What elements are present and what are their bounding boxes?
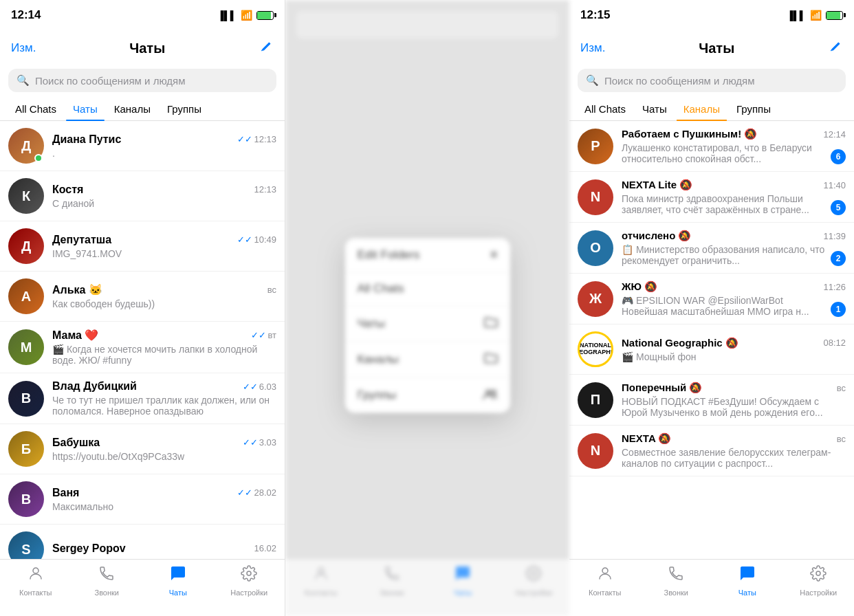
nav-item-calls[interactable]: Звонки bbox=[72, 565, 143, 597]
channel-avatar: NATIONALGEOGRAPHIC bbox=[578, 331, 613, 367]
channel-info: Поперечный 🔕 вс НОВЫЙ ПОДКАСТ #БезДуши! … bbox=[622, 382, 846, 418]
menu-item-chats[interactable]: Чаты bbox=[345, 306, 510, 342]
chat-info: Алька 🐱 вс Как свободен будешь)) bbox=[52, 283, 276, 309]
right-search-icon: 🔍 bbox=[586, 74, 599, 87]
right-wifi-icon: 📶 bbox=[810, 10, 822, 21]
left-chat-item[interactable]: Д Депутатша ✓✓10:49 IMG_9741.MOV bbox=[0, 221, 285, 272]
chat-name: Алька 🐱 bbox=[52, 283, 102, 296]
channels-folder-icon bbox=[484, 351, 498, 367]
menu-item-all-chats[interactable]: All Chats bbox=[345, 272, 510, 306]
left-chat-item[interactable]: S Sergey Popov 16.02 bbox=[0, 525, 285, 559]
calls-label: Звонки bbox=[94, 588, 119, 597]
middle-nav-calls-label: Звонки bbox=[380, 588, 404, 597]
avatar: М bbox=[8, 329, 44, 365]
left-chat-item[interactable]: Д Диана Путис ✓✓12:13 . bbox=[0, 121, 285, 171]
avatar-wrap: N bbox=[578, 433, 613, 469]
avatar-wrap: П bbox=[578, 382, 613, 418]
chat-time: ✓✓3.03 bbox=[243, 437, 276, 448]
avatar-wrap: Р bbox=[578, 129, 613, 164]
chat-name: Диана Путис bbox=[52, 133, 121, 146]
menu-item-channels[interactable]: Каналы bbox=[345, 342, 510, 377]
left-chat-item[interactable]: А Алька 🐱 вс Как свободен будешь)) bbox=[0, 272, 285, 322]
middle-nav-contacts[interactable]: Контакты bbox=[285, 565, 356, 597]
check-mark: ✓✓ bbox=[237, 487, 252, 498]
avatar: А bbox=[8, 278, 44, 314]
left-search-bar[interactable]: 🔍 Поиск по сообщениям и людям bbox=[8, 69, 276, 92]
chat-time: ✓✓12:13 bbox=[237, 134, 276, 144]
left-chat-item[interactable]: К Костя 12:13 С дианой bbox=[0, 171, 285, 221]
nav-item-contacts[interactable]: Контакты bbox=[0, 565, 72, 597]
middle-nav-chats[interactable]: Чаты bbox=[428, 565, 499, 597]
nav-item-chats[interactable]: Чаты bbox=[712, 565, 783, 597]
left-tab-chats[interactable]: Чаты bbox=[66, 98, 105, 120]
right-channel-list: Р Работаем с Пушкиным! 🔕 12:14 Лукашенко… bbox=[569, 121, 854, 559]
chat-time: ✓✓6.03 bbox=[243, 382, 276, 392]
menu-label-channels: Каналы bbox=[358, 353, 399, 366]
chat-name-row: Sergey Popov 16.02 bbox=[52, 542, 276, 555]
channel-name: National Geographic 🔕 bbox=[622, 337, 738, 349]
right-channel-item[interactable]: N NEXTA Lite 🔕 11:40 Пока министр здраво… bbox=[569, 172, 854, 223]
channel-time: 11:40 bbox=[823, 180, 846, 190]
right-channel-item[interactable]: N NEXTA 🔕 вс Совместное заявление белору… bbox=[569, 426, 854, 476]
nav-item-chats[interactable]: Чаты bbox=[142, 565, 214, 597]
wifi-icon: 📶 bbox=[241, 10, 252, 21]
contacts-icon bbox=[28, 565, 44, 586]
channel-time: вс bbox=[837, 383, 846, 393]
nav-item-calls[interactable]: Звонки bbox=[641, 565, 712, 597]
channel-name-row: National Geographic 🔕 08:12 bbox=[622, 337, 846, 349]
chat-preview: Как свободен будешь)) bbox=[52, 298, 276, 309]
right-tab-all[interactable]: All Chats bbox=[578, 98, 633, 120]
chat-info: Sergey Popov 16.02 bbox=[52, 542, 276, 557]
right-compose-button[interactable] bbox=[828, 39, 843, 58]
nav-item-settings[interactable]: Настройки bbox=[214, 565, 285, 597]
menu-item-edit-folders[interactable]: Edit Folders ≡ bbox=[345, 238, 510, 272]
avatar-wrap: В bbox=[8, 381, 44, 417]
right-channel-item[interactable]: Ж ЖЮ 🔕 11:26 🎮 EPSILION WAR @EpsilionWar… bbox=[569, 274, 854, 324]
channel-name-row: отчислено 🔕 11:39 bbox=[622, 230, 846, 242]
right-channel-item[interactable]: П Поперечный 🔕 вс НОВЫЙ ПОДКАСТ #БезДуши… bbox=[569, 375, 854, 426]
svg-point-5 bbox=[532, 571, 536, 575]
right-channel-item[interactable]: NATIONALGEOGRAPHIC National Geographic 🔕… bbox=[569, 324, 854, 375]
nav-item-contacts[interactable]: Контакты bbox=[569, 565, 641, 597]
left-chat-item[interactable]: М Мама ❤️ ✓✓вт 🎬 Когда не хочется мочить… bbox=[0, 322, 285, 373]
middle-nav-settings[interactable]: Настройки bbox=[499, 565, 569, 597]
settings-label: Настройки bbox=[800, 588, 837, 597]
left-chat-item[interactable]: В Ваня ✓✓28.02 Максимально bbox=[0, 474, 285, 525]
left-chat-list: Д Диана Путис ✓✓12:13 . К Костя 12:13 bbox=[0, 121, 285, 559]
avatar-wrap: Ж bbox=[578, 281, 613, 317]
avatar: S bbox=[8, 531, 44, 559]
right-battery-icon bbox=[826, 11, 843, 20]
contacts-label: Контакты bbox=[589, 588, 622, 597]
left-tab-groups[interactable]: Группы bbox=[160, 98, 208, 120]
channel-avatar: П bbox=[578, 382, 613, 418]
left-tab-all[interactable]: All Chats bbox=[8, 98, 63, 120]
right-tab-channels[interactable]: Каналы bbox=[677, 98, 727, 120]
channel-name: отчислено 🔕 bbox=[622, 230, 691, 242]
right-tab-groups[interactable]: Группы bbox=[730, 98, 778, 120]
chat-preview: IMG_9741.MOV bbox=[52, 248, 276, 259]
right-channel-item[interactable]: Р Работаем с Пушкиным! 🔕 12:14 Лукашенко… bbox=[569, 121, 854, 172]
right-channel-item[interactable]: О отчислено 🔕 11:39 📋 Министерство образ… bbox=[569, 223, 854, 274]
avatar-wrap: Д bbox=[8, 128, 44, 164]
left-chat-item[interactable]: Б Бабушка ✓✓3.03 https://youtu.be/OtXq9P… bbox=[0, 424, 285, 474]
middle-nav-calls[interactable]: Звонки bbox=[356, 565, 427, 597]
left-tab-channels[interactable]: Каналы bbox=[107, 98, 157, 120]
contacts-icon bbox=[597, 565, 613, 586]
badge: 6 bbox=[831, 149, 846, 164]
left-compose-button[interactable] bbox=[259, 39, 274, 58]
battery-fill bbox=[257, 12, 271, 19]
svg-point-7 bbox=[816, 571, 820, 575]
left-chat-item[interactable]: В Влад Дубицкий ✓✓6.03 Че то тут не приш… bbox=[0, 373, 285, 424]
right-edit-button[interactable]: Изм. bbox=[580, 41, 605, 55]
avatar-wrap: М bbox=[8, 329, 44, 365]
right-search-bar[interactable]: 🔍 Поиск по сообщениям и людям bbox=[578, 69, 846, 92]
check-mark: ✓✓ bbox=[243, 437, 258, 448]
overlay-menu: Edit Folders ≡ All Chats Чаты Каналы Гру… bbox=[345, 238, 510, 412]
nav-item-settings[interactable]: Настройки bbox=[783, 565, 855, 597]
right-title: Чаты bbox=[699, 41, 734, 56]
chat-info: Депутатша ✓✓10:49 IMG_9741.MOV bbox=[52, 234, 276, 259]
channel-info: NEXTA 🔕 вс Совместное заявление белорусс… bbox=[622, 432, 846, 469]
left-edit-button[interactable]: Изм. bbox=[11, 41, 36, 55]
right-tab-chats[interactable]: Чаты bbox=[635, 98, 674, 120]
menu-item-groups[interactable]: Группы bbox=[345, 377, 510, 412]
